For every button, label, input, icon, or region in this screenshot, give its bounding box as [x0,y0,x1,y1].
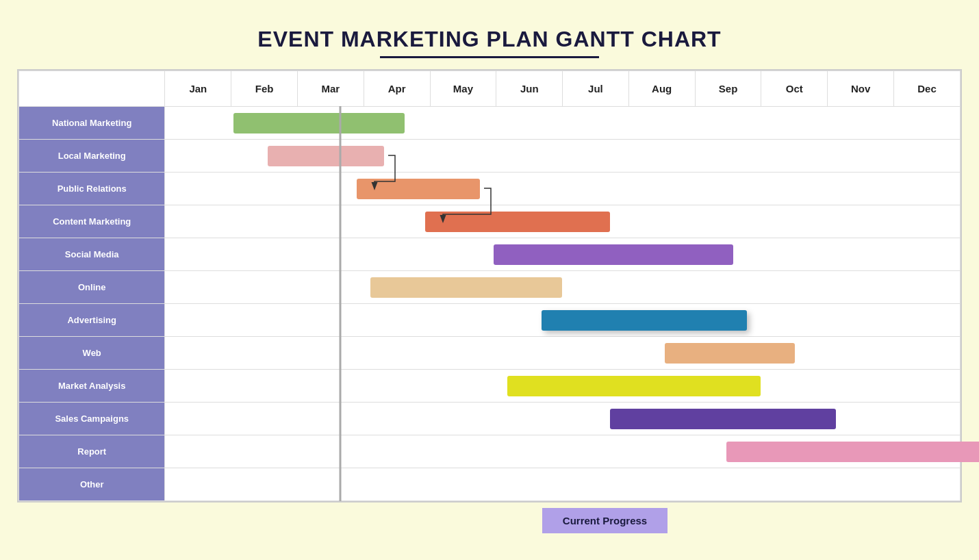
task-data-cell [165,337,961,370]
task-label: Local Marketing [19,140,165,173]
task-label: Content Marketing [19,205,165,238]
task-row: Content Marketing [19,205,961,238]
header-month-jul: Jul [563,71,629,107]
task-label: National Marketing [19,107,165,140]
task-label: Public Relations [19,173,165,205]
header-month-may: May [430,71,496,107]
title-underline [380,56,599,58]
task-label: Sales Campaigns [19,403,165,435]
task-label: Market Analysis [19,370,165,403]
task-data-cell [165,304,961,337]
gantt-bar [726,442,979,462]
gantt-body: National MarketingLocal MarketingPublic … [19,107,961,501]
task-data-cell [165,173,961,205]
gantt-bar [233,113,405,133]
header-month-jan: Jan [165,71,231,107]
task-data-cell [165,205,961,238]
task-row: National Marketing [19,107,961,140]
header-month-mar: Mar [297,71,364,107]
header-month-apr: Apr [364,71,430,107]
task-row: Local Marketing [19,140,961,173]
task-data-cell [165,140,961,173]
gantt-bar [494,244,733,265]
task-row: Public Relations [19,173,961,205]
gantt-bar [425,212,610,232]
header-label-col [19,71,165,107]
task-data-cell [165,403,961,435]
task-row: Advertising [19,304,961,337]
gantt-chart: JanFebMarAprMayJunJulAugSepOctNovDec Nat… [17,69,962,502]
header-month-oct: Oct [761,71,828,107]
header-month-jun: Jun [496,71,563,107]
progress-section: Current Progress [312,502,668,533]
task-row: Social Media [19,238,961,271]
task-data-cell [165,271,961,304]
task-row: Web [19,337,961,370]
gantt-bar [665,343,795,364]
gantt-bar [268,146,384,166]
task-row: Report [19,435,961,468]
page-title: EVENT MARKETING PLAN GANTT CHART [257,27,721,52]
header-row: JanFebMarAprMayJunJulAugSepOctNovDec [19,71,961,107]
gantt-table: JanFebMarAprMayJunJulAugSepOctNovDec Nat… [18,71,961,501]
task-row: Sales Campaigns [19,403,961,435]
task-row: Market Analysis [19,370,961,403]
gantt-bar [507,376,761,396]
header-month-nov: Nov [828,71,894,107]
gantt-bar [357,179,480,199]
task-label: Web [19,337,165,370]
header-month-aug: Aug [628,71,695,107]
task-label: Report [19,435,165,468]
gantt-bar [610,409,836,429]
task-label: Advertising [19,304,165,337]
header-month-feb: Feb [231,71,298,107]
task-data-cell [165,107,961,140]
header-month-sep: Sep [695,71,761,107]
task-data-cell [165,370,961,403]
task-label: Other [19,468,165,501]
task-data-cell [165,238,961,271]
task-data-cell [165,468,961,501]
task-data-cell [165,435,961,468]
gantt-bar [542,310,747,331]
task-label: Online [19,271,165,304]
task-label: Social Media [19,238,165,271]
task-row: Online [19,271,961,304]
header-month-dec: Dec [894,71,961,107]
current-progress-label: Current Progress [542,508,668,533]
gantt-bar [370,277,562,298]
task-row: Other [19,468,961,501]
